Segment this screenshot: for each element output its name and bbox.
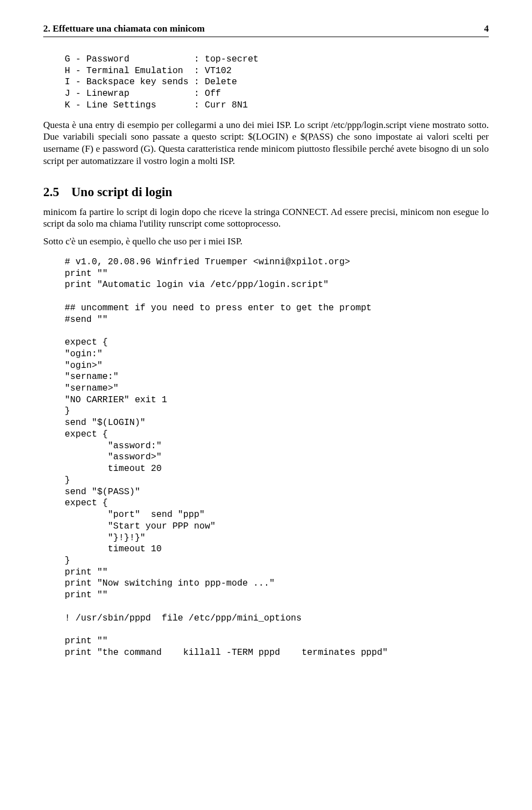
- minicom-config-block: G - Password : top-secret H - Terminal E…: [43, 54, 489, 111]
- section-number: 2.5: [43, 185, 59, 199]
- header-rule: [43, 37, 489, 37]
- paragraph-login-script-example-intro: Sotto c'è un esempio, è quello che uso p…: [43, 235, 489, 248]
- section-heading-2-5: 2.5Uno script di login: [43, 185, 489, 199]
- header-page-number: 4: [484, 23, 489, 34]
- header-title: 2. Effettuare una chiamata con minicom: [43, 23, 205, 34]
- page: 2. Effettuare una chiamata con minicom 4…: [0, 0, 532, 681]
- paragraph-config-explain: Questa è una entry di esempio per colleg…: [43, 119, 489, 167]
- login-script-block: # v1.0, 20.08.96 Winfried Truemper <winn…: [43, 257, 489, 659]
- section-title: Uno script di login: [71, 185, 172, 199]
- page-header: 2. Effettuare una chiamata con minicom 4: [43, 23, 489, 34]
- paragraph-login-script-intro: minicom fa partire lo script di login do…: [43, 206, 489, 230]
